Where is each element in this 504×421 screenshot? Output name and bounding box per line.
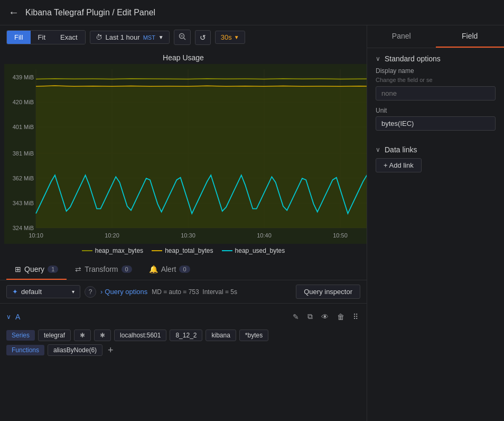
alert-tab-label: Alert bbox=[161, 265, 176, 273]
tag-asterisk-1[interactable]: ✱ bbox=[74, 330, 91, 341]
display-name-input[interactable] bbox=[376, 86, 496, 100]
query-meta: MD = auto = 753 Interval = 5s bbox=[152, 288, 292, 296]
series-collapse-icon[interactable]: ∨ bbox=[6, 313, 11, 321]
series-key-label: Series bbox=[6, 330, 35, 341]
toolbar: Fill Fit Exact ⏱ Last 1 hour MST ▼ bbox=[0, 25, 367, 49]
time-picker[interactable]: ⏱ Last 1 hour MST ▼ bbox=[90, 31, 170, 44]
chevron-down-icon: ∨ bbox=[376, 55, 380, 62]
transform-tab-badge: 0 bbox=[122, 266, 132, 273]
tab-query[interactable]: ⊞ Query 1 bbox=[6, 260, 67, 280]
chart-container: Heap Usage heap_max_bytes heap_total_byt… bbox=[0, 49, 367, 260]
refresh-label: 30s bbox=[221, 33, 232, 41]
svg-line-1 bbox=[183, 38, 185, 40]
datasource-name: default bbox=[21, 288, 42, 296]
query-tabs: ⊞ Query 1 ⇄ Transform 0 🔔 Alert 0 bbox=[0, 260, 367, 280]
app-header: ← Kibana Telegraf Plugin / Edit Panel bbox=[0, 0, 504, 25]
fill-button[interactable]: Fill bbox=[7, 31, 31, 44]
series-a-label: A bbox=[15, 313, 20, 321]
field-tab[interactable]: Field bbox=[436, 25, 505, 48]
functions-key-label: Functions bbox=[6, 345, 44, 355]
transform-tab-icon: ⇄ bbox=[75, 265, 81, 273]
query-tab-icon: ⊞ bbox=[15, 265, 21, 273]
add-function-button[interactable]: + bbox=[106, 345, 116, 356]
chevron-down-icon: ∨ bbox=[376, 146, 380, 153]
refresh-interval-picker[interactable]: 30s ▼ bbox=[215, 31, 245, 44]
info-button[interactable]: ? bbox=[85, 286, 96, 298]
chevron-down-icon: ▾ bbox=[72, 289, 74, 295]
display-name-desc: Change the field or se bbox=[376, 77, 496, 83]
standard-options-title: Standard options bbox=[385, 54, 441, 63]
query-options-label: Query options bbox=[105, 288, 147, 296]
tag-kibana[interactable]: kibana bbox=[206, 330, 236, 341]
panel-tab[interactable]: Panel bbox=[367, 25, 436, 48]
tag-host[interactable]: localhost:5601 bbox=[114, 330, 166, 341]
tag-telegraf[interactable]: telegraf bbox=[38, 330, 71, 341]
query-tab-label: Query bbox=[24, 265, 44, 273]
datasource-select[interactable]: ✦ default ▾ bbox=[6, 285, 80, 298]
delete-series-button[interactable]: 🗑 bbox=[335, 311, 347, 322]
chevron-down-icon: ▼ bbox=[158, 34, 164, 40]
legend-heap-used: heap_used_bytes bbox=[222, 247, 285, 254]
tag-bytes[interactable]: *bytes bbox=[239, 330, 268, 341]
unit-picker-button[interactable]: bytes(IEC) bbox=[376, 116, 496, 131]
alert-tab-badge: 0 bbox=[179, 266, 190, 273]
left-panel: Fill Fit Exact ⏱ Last 1 hour MST ▼ bbox=[0, 25, 367, 421]
alert-tab-icon: 🔔 bbox=[149, 265, 158, 273]
query-section: ✦ default ▾ ? › Query options MD = auto … bbox=[0, 280, 367, 421]
zoom-button[interactable] bbox=[174, 30, 191, 45]
legend-heap-max-label: heap_max_bytes bbox=[95, 247, 143, 254]
chevron-down-icon: ▼ bbox=[234, 34, 239, 40]
tag-asterisk-2[interactable]: ✱ bbox=[94, 330, 111, 341]
function-alias-tag[interactable]: aliasByNode(6) bbox=[48, 344, 102, 356]
unit-label: Unit bbox=[376, 107, 496, 114]
display-name-label: Display name bbox=[376, 67, 496, 75]
back-button[interactable]: ← bbox=[8, 6, 19, 19]
data-links-header[interactable]: ∨ Data links bbox=[367, 139, 504, 158]
datasource-icon: ✦ bbox=[12, 288, 18, 296]
view-mode-group: Fill Fit Exact bbox=[6, 30, 86, 44]
add-link-button[interactable]: + Add link bbox=[376, 158, 422, 172]
drag-handle[interactable]: ⠿ bbox=[351, 311, 360, 322]
toggle-visibility-button[interactable]: 👁 bbox=[319, 311, 331, 322]
legend-heap-total: heap_total_bytes bbox=[152, 247, 213, 254]
exact-button[interactable]: Exact bbox=[53, 31, 85, 44]
legend-heap-total-label: heap_total_bytes bbox=[165, 247, 213, 254]
legend-heap-max: heap_max_bytes bbox=[82, 247, 143, 254]
series-a-header: ∨ A ✎ ⧉ 👁 🗑 ⠿ bbox=[6, 308, 360, 325]
data-links-content: + Add link bbox=[367, 158, 504, 181]
query-options-button[interactable]: › Query options bbox=[100, 288, 147, 296]
time-label: Last 1 hour bbox=[106, 33, 140, 41]
time-icon: ⏱ bbox=[96, 33, 102, 41]
legend-heap-used-label: heap_used_bytes bbox=[235, 247, 285, 254]
main-layout: Fill Fit Exact ⏱ Last 1 hour MST ▼ bbox=[0, 25, 504, 421]
time-zone: MST bbox=[143, 34, 155, 41]
copy-series-button[interactable]: ⧉ bbox=[305, 311, 315, 322]
refresh-sync-button[interactable]: ↺ bbox=[195, 30, 211, 45]
query-tab-badge: 1 bbox=[48, 266, 58, 273]
chart-title: Heap Usage bbox=[0, 53, 367, 62]
tag-version[interactable]: 8_12_2 bbox=[170, 330, 202, 341]
zoom-icon bbox=[179, 33, 186, 42]
chart-legend: heap_max_bytes heap_total_bytes heap_use… bbox=[0, 244, 367, 258]
page-title: Kibana Telegraf Plugin / Edit Panel bbox=[25, 8, 155, 17]
right-panel: Panel Field ∨ Standard options Display n… bbox=[367, 25, 504, 421]
series-tags-row: Series telegraf ✱ ✱ localhost:5601 8_12_… bbox=[6, 330, 360, 341]
sync-icon: ↺ bbox=[200, 33, 206, 42]
query-bar: ✦ default ▾ ? › Query options MD = auto … bbox=[0, 280, 367, 304]
fit-button[interactable]: Fit bbox=[31, 31, 53, 44]
tab-transform[interactable]: ⇄ Transform 0 bbox=[67, 260, 140, 280]
functions-row: Functions aliasByNode(6) + bbox=[6, 344, 360, 356]
chart-wrapper bbox=[0, 64, 367, 244]
edit-series-button[interactable]: ✎ bbox=[291, 311, 301, 322]
series-a-section: ∨ A ✎ ⧉ 👁 🗑 ⠿ Series telegraf ✱ ✱ loca bbox=[0, 304, 367, 360]
series-actions: ✎ ⧉ 👁 🗑 ⠿ bbox=[291, 311, 360, 322]
standard-options-content: Display name Change the field or se Unit… bbox=[367, 67, 504, 139]
standard-options-header[interactable]: ∨ Standard options bbox=[367, 48, 504, 67]
query-inspector-button[interactable]: Query inspector bbox=[296, 285, 360, 299]
arrow-right-icon: › bbox=[100, 288, 102, 296]
transform-tab-label: Transform bbox=[85, 265, 118, 273]
tab-alert[interactable]: 🔔 Alert 0 bbox=[141, 260, 199, 280]
panel-field-tabs: Panel Field bbox=[367, 25, 504, 48]
data-links-title: Data links bbox=[385, 145, 417, 154]
